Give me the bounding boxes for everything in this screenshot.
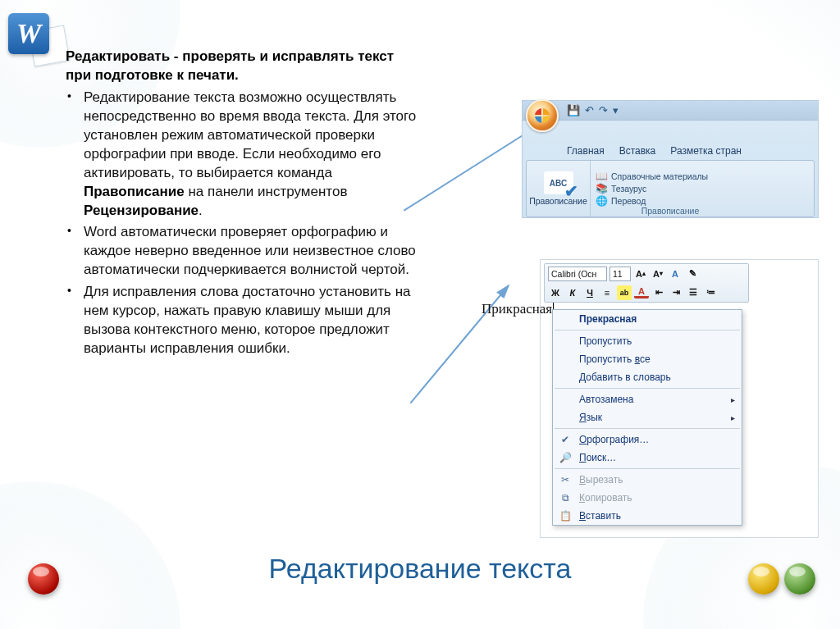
search-icon: 🔎 [558, 451, 573, 464]
accel: В [579, 510, 586, 522]
highlight-button[interactable]: ab [617, 285, 632, 300]
slide-body: Редактировать - проверять и исправлять т… [66, 48, 418, 358]
menu-copy: ⧉Копировать [553, 489, 742, 507]
lead-line: Редактировать - проверять и исправлять т… [66, 48, 418, 85]
ribbon-panel-label: Правописание [527, 206, 814, 216]
shrink-font-icon: A [653, 269, 660, 279]
chevron-right-icon: ▸ [731, 413, 735, 422]
decrease-indent-button[interactable]: ⇤ [651, 285, 666, 300]
spelling-context-menu: Прекрасная Пропустить Пропустить все Доб… [552, 309, 742, 526]
underline-button[interactable]: Ч [582, 285, 597, 300]
menu-paste-label: Вставить [579, 510, 621, 522]
qat-dropdown-icon[interactable]: ▾ [613, 104, 619, 116]
thesaurus-label: Тезаурус [611, 184, 646, 194]
spelling-button-label: Правописание [529, 196, 587, 206]
ribbon-screenshot: 💾 ↶ ↷ ▾ Главная Вставка Разметка стран A… [522, 100, 819, 218]
menu-lookup[interactable]: 🔎Поиск… [553, 449, 742, 467]
arrow-to-context [410, 280, 517, 403]
align-center-button[interactable]: ≡ [600, 285, 614, 300]
accel: П [579, 452, 587, 463]
qat-undo-icon[interactable]: ↶ [585, 104, 594, 116]
menu-spelling[interactable]: ✔Орфография… [553, 431, 742, 449]
accel: К [579, 492, 585, 504]
menu-separator [555, 330, 740, 330]
menu-cut: ✂Вырезать [553, 471, 742, 489]
menu-autocorrect-label: Автозамена [579, 394, 633, 405]
font-color-button[interactable]: A [668, 267, 682, 281]
chevron-right-icon: ▸ [731, 395, 735, 404]
menu-add-label: Добавить в словарь [579, 371, 671, 383]
shrink-font-button[interactable]: A▾ [651, 267, 665, 281]
bold-button[interactable]: Ж [548, 285, 563, 300]
menu-separator [555, 428, 740, 429]
format-painter-button[interactable]: ✎ [685, 267, 700, 281]
word-logo: W [8, 13, 67, 64]
menu-ignore-all-label: Пропустить все [579, 353, 651, 365]
menu-cut-label: Вырезать [579, 474, 623, 485]
qat-redo-icon[interactable]: ↷ [599, 104, 608, 116]
ribbon-tab-row: Главная Вставка Разметка стран [523, 142, 818, 160]
bullet-1: Редактирование текста возможно осуществл… [66, 89, 418, 221]
mini-toolbar: Calibri (Осн 11 A▴ A▾ A ✎ Ж К Ч ≡ ab A ⇤… [544, 263, 749, 303]
paste-icon: 📋 [558, 509, 573, 522]
accel: О [579, 434, 587, 445]
bullet-1-bold-2: Рецензирование [84, 203, 199, 218]
menu-add-dictionary[interactable]: Добавить в словарь [553, 368, 742, 386]
bullet-2: Word автоматически проверяет орфографию … [66, 223, 418, 280]
nav-prev-button[interactable] [748, 563, 779, 595]
accel: Я [579, 412, 587, 423]
accel: Д [579, 371, 586, 383]
menu-lookup-label: Поиск… [579, 452, 616, 463]
font-size-select[interactable]: 11 [609, 267, 631, 281]
font-select[interactable]: Calibri (Осн [548, 267, 607, 281]
menu-ignore[interactable]: Пропустить [553, 332, 742, 350]
translate-label: Перевод [611, 196, 646, 206]
menu-spelling-label: Орфография… [579, 434, 649, 445]
copy-icon: ⧉ [558, 491, 573, 504]
bullet-3: Для исправления слова достаточно установ… [66, 283, 418, 358]
numbering-button[interactable]: ≔ [703, 285, 718, 300]
slide-title: Редактирование текста [0, 553, 840, 585]
tab-insert[interactable]: Вставка [619, 145, 656, 157]
abc-check-icon: ABC [544, 171, 573, 194]
menu-language[interactable]: Язык▸ [553, 408, 742, 426]
menu-suggestion[interactable]: Прекрасная [553, 310, 742, 328]
bullet-1-text-e: . [199, 203, 203, 218]
bullets-button[interactable]: ☰ [686, 285, 701, 300]
nav-stop-button[interactable] [28, 563, 59, 595]
research-label: Справочные материалы [611, 171, 708, 181]
increase-indent-button[interactable]: ⇥ [669, 285, 683, 300]
document-sample-word: Прикрасная [482, 301, 554, 317]
ribbon-panel-proofing: ABC Правописание 📖Справочные материалы 📚… [526, 160, 815, 217]
menu-separator [555, 388, 740, 389]
accel: В [579, 474, 586, 485]
menu-paste[interactable]: 📋Вставить [553, 507, 742, 525]
menu-autocorrect[interactable]: Автозамена▸ [553, 390, 742, 408]
misspelled-word[interactable]: Прикрасная [482, 301, 552, 317]
nav-next-button[interactable] [784, 563, 815, 595]
tab-layout[interactable]: Разметка стран [670, 145, 742, 157]
font-color-red-button[interactable]: A [634, 286, 649, 299]
bullet-1-bold-1: Правописание [84, 184, 185, 199]
office-button[interactable] [526, 99, 559, 132]
tab-home[interactable]: Главная [567, 145, 605, 157]
spelling-icon: ✔ [558, 433, 573, 446]
research-button[interactable]: 📖Справочные материалы [596, 171, 809, 182]
grow-font-button[interactable]: A▴ [633, 267, 648, 281]
research-icon: 📖 [596, 171, 607, 182]
bullet-1-text-a: Редактирование текста возможно осуществл… [84, 89, 416, 180]
context-menu-screenshot: Прикрасная Calibri (Осн 11 A▴ A▾ A ✎ Ж К… [540, 259, 819, 538]
qat-save-icon[interactable]: 💾 [567, 104, 580, 116]
menu-suggestion-label: Прекрасная [579, 313, 637, 325]
menu-ignore-all[interactable]: Пропустить все [553, 350, 742, 368]
cut-icon: ✂ [558, 473, 573, 486]
menu-language-label: Язык [579, 412, 602, 423]
italic-button[interactable]: К [565, 285, 580, 300]
quick-access-toolbar: 💾 ↶ ↷ ▾ [523, 101, 818, 121]
accel: в [635, 353, 640, 365]
grow-font-icon: A [636, 269, 642, 279]
bullet-1-text-c: на панели инструментов [185, 184, 348, 199]
menu-separator [555, 468, 740, 469]
thesaurus-button[interactable]: 📚Тезаурус [596, 183, 809, 194]
translate-button[interactable]: 🌐Перевод [596, 195, 809, 207]
